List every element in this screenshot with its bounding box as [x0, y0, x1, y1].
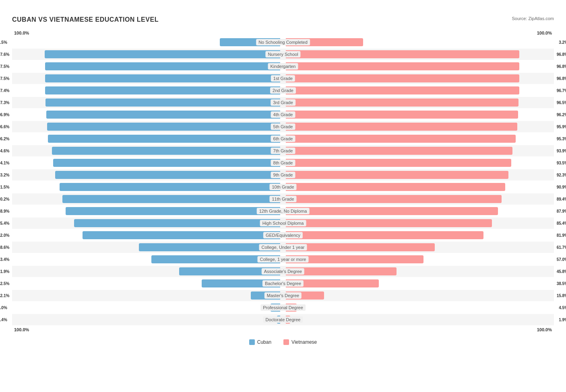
- bar-row: 53.4% College, 1 year or more 57.0%: [12, 254, 554, 265]
- chart-title: CUBAN VS VIETNAMESE EDUCATION LEVEL: [12, 16, 554, 23]
- right-value: 96.8%: [557, 76, 566, 81]
- bar-label: 4th Grade: [271, 111, 295, 118]
- right-value: 61.7%: [557, 245, 566, 250]
- left-value: 1.4%: [0, 318, 7, 322]
- right-bar: [286, 74, 519, 82]
- bar-label: Nursery School: [265, 51, 300, 57]
- right-bar-wrapper: 38.5%: [284, 279, 554, 287]
- bar-label: GED/Equivalency: [263, 232, 303, 238]
- bar-row: 88.9% 12th Grade, No Diploma 87.9%: [12, 205, 554, 217]
- left-value: 58.6%: [0, 245, 9, 250]
- bar-row: 85.4% High School Diploma 85.4%: [12, 218, 554, 229]
- right-bar-wrapper: 61.7%: [284, 243, 554, 251]
- right-bar-wrapper: 4.5%: [284, 304, 554, 312]
- right-bar-wrapper: 95.9%: [284, 123, 554, 131]
- right-bar: [286, 207, 498, 215]
- right-section: 96.8%: [283, 73, 554, 84]
- right-bar-wrapper: 92.3%: [284, 171, 554, 179]
- bar-label: 5th Grade: [271, 123, 295, 130]
- right-value: 87.9%: [557, 209, 566, 213]
- left-value: 85.4%: [0, 221, 9, 226]
- right-section: 3.2%: [283, 37, 554, 48]
- bar-label: 3rd Grade: [271, 99, 295, 106]
- right-bar-wrapper: 45.8%: [284, 267, 554, 275]
- left-bar-wrapper: 94.6%: [12, 147, 282, 155]
- left-section: 4.0%: [12, 302, 283, 313]
- bar-label: Master's Degree: [264, 292, 302, 299]
- left-value: 88.9%: [0, 209, 9, 213]
- bar-row: 97.5% Kindergarten 96.8%: [12, 61, 554, 72]
- right-section: 92.3%: [283, 169, 554, 181]
- cuban-legend-box: [249, 339, 255, 345]
- left-bar: [45, 62, 280, 70]
- left-bar-wrapper: 97.5%: [12, 74, 282, 82]
- left-section: 88.9%: [12, 205, 283, 217]
- right-bar: [286, 62, 519, 70]
- right-bar-wrapper: 15.8%: [284, 291, 554, 300]
- right-value: 95.9%: [557, 125, 566, 129]
- right-section: 87.9%: [283, 205, 554, 217]
- top-edge-labels: 100.0% 100.0%: [12, 29, 554, 37]
- left-bar: [66, 207, 280, 215]
- bar-label: Kindergarten: [268, 63, 298, 70]
- bar-row: 93.2% 9th Grade 92.3%: [12, 169, 554, 181]
- left-bar: [55, 171, 280, 179]
- bar-row: 97.3% 3rd Grade 96.5%: [12, 97, 554, 108]
- bar-label: Associate's Degree: [262, 268, 304, 275]
- bar-label: No Schooling Completed: [256, 39, 310, 45]
- left-bar-wrapper: 85.4%: [12, 219, 282, 227]
- left-value: 4.0%: [0, 306, 7, 310]
- right-section: 1.9%: [283, 314, 554, 325]
- right-bar-wrapper: 93.5%: [284, 159, 554, 167]
- left-value: 32.5%: [0, 281, 9, 286]
- left-bar: [74, 219, 280, 227]
- left-bar-wrapper: 97.3%: [12, 99, 282, 107]
- bar-row: 4.0% Professional Degree 4.5%: [12, 302, 554, 313]
- left-value: 96.2%: [0, 137, 9, 141]
- left-bar-wrapper: 88.9%: [12, 207, 282, 215]
- right-value: 57.0%: [557, 257, 566, 262]
- bar-row: 91.5% 10th Grade 90.9%: [12, 181, 554, 193]
- bar-row: 97.5% 1st Grade 96.8%: [12, 73, 554, 84]
- left-bar: [46, 111, 280, 119]
- left-bar: [83, 231, 281, 239]
- left-section: 97.5%: [12, 61, 283, 72]
- left-bar-wrapper: 91.5%: [12, 183, 282, 191]
- bar-label: College, Under 1 year: [259, 244, 307, 250]
- right-bar-wrapper: 96.2%: [284, 111, 554, 119]
- left-section: 90.2%: [12, 193, 283, 205]
- left-value: 91.5%: [0, 185, 9, 189]
- legend-vietnamese: Vietnamese: [283, 339, 317, 345]
- right-bar-wrapper: 87.9%: [284, 207, 554, 215]
- left-value: 97.5%: [0, 64, 9, 69]
- left-bar-wrapper: 2.5%: [12, 38, 282, 46]
- left-bar-wrapper: 93.2%: [12, 171, 282, 179]
- bottom-left-label: 100.0%: [12, 327, 283, 332]
- vietnamese-legend-box: [283, 339, 289, 345]
- left-bar: [62, 195, 280, 203]
- left-section: 41.9%: [12, 266, 283, 277]
- left-value: 93.2%: [0, 173, 9, 177]
- left-bar-wrapper: 90.2%: [12, 195, 282, 203]
- right-value: 96.8%: [557, 52, 566, 57]
- right-bar: [286, 99, 518, 107]
- chart-container: CUBAN VS VIETNAMESE EDUCATION LEVEL Sour…: [8, 8, 558, 353]
- bar-label: 9th Grade: [271, 172, 295, 178]
- left-bar: [45, 74, 280, 82]
- left-value: 94.1%: [0, 161, 9, 165]
- right-bar: [286, 159, 511, 167]
- left-bar-wrapper: 97.6%: [12, 50, 282, 58]
- right-section: 95.9%: [283, 121, 554, 132]
- left-section: 2.5%: [12, 37, 283, 48]
- left-bar-wrapper: 58.6%: [12, 243, 282, 251]
- right-value: 45.8%: [557, 269, 566, 274]
- right-bar-wrapper: 1.9%: [284, 316, 554, 324]
- right-value: 1.9%: [559, 318, 566, 322]
- left-bar-wrapper: 97.4%: [12, 86, 282, 94]
- right-bar: [286, 111, 518, 119]
- bar-row: 97.6% Nursery School 96.8%: [12, 49, 554, 60]
- bar-label: Professional Degree: [260, 304, 306, 311]
- right-bar-wrapper: 90.9%: [284, 183, 554, 191]
- left-bar-wrapper: 82.0%: [12, 231, 282, 239]
- left-bar-wrapper: 96.6%: [12, 123, 282, 131]
